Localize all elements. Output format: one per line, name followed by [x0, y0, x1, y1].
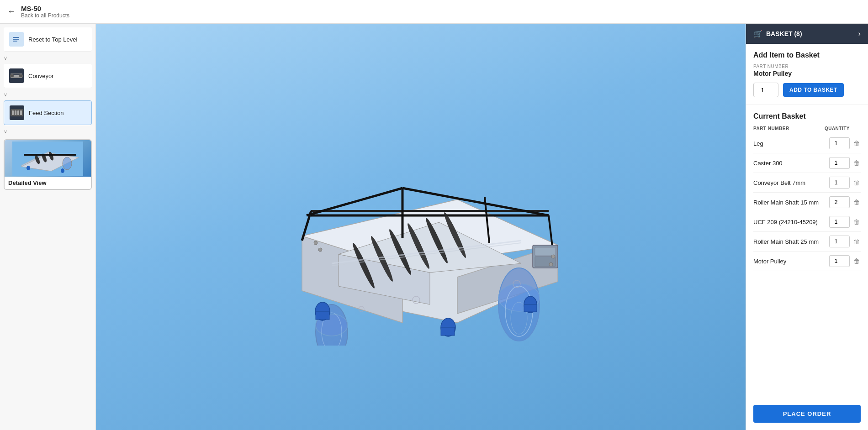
- feed-section-chevron[interactable]: ∨: [0, 127, 95, 136]
- basket-header: 🛒 BASKET (8) ›: [746, 24, 868, 44]
- basket-item-quantity-input[interactable]: [829, 255, 850, 267]
- basket-item-controls: 🗑: [829, 137, 861, 149]
- col-part-number-header: PART NUMBER: [753, 126, 809, 131]
- sidebar-item-feed-section[interactable]: Feed Section: [4, 100, 92, 125]
- reset-icon: [9, 32, 24, 47]
- main-viewport: [96, 24, 746, 430]
- conveyor-svg-icon: [10, 71, 23, 80]
- feed-section-icon: [10, 105, 24, 120]
- conveyor-label: Conveyor: [28, 73, 54, 79]
- basket-item-delete-button[interactable]: 🗑: [852, 257, 861, 266]
- current-basket-section: Current Basket PART NUMBER QUANTITY Leg …: [746, 105, 868, 405]
- feed-section-svg-icon: [10, 108, 24, 117]
- svg-rect-58: [535, 247, 556, 256]
- svg-point-19: [63, 157, 72, 170]
- basket-row: Conveyor Belt 7mm 🗑: [753, 173, 861, 193]
- basket-table-header: PART NUMBER QUANTITY: [753, 126, 861, 131]
- basket-item-controls: 🗑: [829, 236, 861, 247]
- header: ← MS-50 Back to all Products: [0, 0, 868, 24]
- svg-rect-56: [524, 304, 537, 312]
- reset-svg-icon: [11, 34, 21, 44]
- add-item-controls: ADD TO BASKET: [753, 83, 861, 97]
- add-item-title: Add Item to Basket: [753, 51, 861, 59]
- svg-point-5: [19, 74, 23, 78]
- basket-item-name: Motor Pulley: [753, 258, 829, 265]
- back-link[interactable]: Back to all Products: [21, 12, 69, 19]
- svg-rect-9: [12, 110, 14, 115]
- detailed-view-label: Detailed View: [5, 177, 91, 189]
- svg-rect-10: [15, 110, 16, 115]
- svg-rect-54: [441, 327, 455, 336]
- basket-item-quantity-input[interactable]: [829, 196, 850, 208]
- col-quantity-header: QUANTITY: [809, 126, 850, 131]
- basket-item-name: UCF 209 (24210-45209): [753, 219, 829, 225]
- svg-rect-6: [11, 73, 22, 74]
- svg-point-62: [314, 241, 318, 245]
- basket-cart-icon: 🛒: [753, 30, 762, 38]
- conveyor-chevron[interactable]: ∨: [0, 90, 95, 99]
- back-button[interactable]: ←: [7, 7, 16, 16]
- basket-item-delete-button[interactable]: 🗑: [852, 158, 861, 168]
- basket-header-left: 🛒 BASKET (8): [753, 30, 802, 38]
- part-number-value: Motor Pulley: [753, 70, 861, 77]
- current-basket-title: Current Basket: [753, 112, 861, 121]
- basket-item-delete-button[interactable]: 🗑: [852, 237, 861, 246]
- sidebar-item-conveyor[interactable]: Conveyor: [4, 64, 92, 88]
- sidebar-item-reset[interactable]: Reset to Top Level: [4, 27, 92, 52]
- basket-row: Motor Pulley 🗑: [753, 252, 861, 271]
- place-order-button[interactable]: PLACE ORDER: [753, 405, 861, 423]
- basket-item-quantity-input[interactable]: [829, 216, 850, 228]
- svg-rect-12: [20, 110, 22, 115]
- conveyor-3d-model: [247, 108, 594, 346]
- detailed-view-card[interactable]: Detailed View: [4, 139, 92, 190]
- basket-item-delete-button[interactable]: 🗑: [852, 178, 861, 187]
- basket-item-controls: 🗑: [829, 196, 861, 208]
- main-layout: Reset to Top Level ∨ Conveyor ∨: [0, 24, 868, 430]
- basket-expand-button[interactable]: ›: [858, 30, 861, 38]
- reset-chevron[interactable]: ∨: [0, 53, 95, 62]
- svg-rect-1: [13, 37, 19, 38]
- basket-item-name: Roller Main Shaft 25 mm: [753, 238, 829, 245]
- conveyor-icon: [9, 68, 24, 83]
- basket-item-controls: 🗑: [829, 177, 861, 189]
- basket-row: UCF 209 (24210-45209) 🗑: [753, 212, 861, 232]
- basket-rows-container: Leg 🗑 Caster 300 🗑 Conveyor Belt 7mm 🗑 R…: [753, 134, 861, 271]
- basket-item-name: Caster 300: [753, 160, 829, 167]
- basket-item-name: Leg: [753, 140, 829, 147]
- right-panel: 🛒 BASKET (8) › Add Item to Basket PART N…: [746, 24, 868, 430]
- basket-item-quantity-input[interactable]: [829, 236, 850, 247]
- svg-point-20: [26, 166, 30, 170]
- basket-item-delete-button[interactable]: 🗑: [852, 217, 861, 226]
- basket-item-delete-button[interactable]: 🗑: [852, 198, 861, 207]
- basket-item-quantity-input[interactable]: [829, 177, 850, 189]
- add-item-quantity-input[interactable]: [753, 83, 778, 97]
- basket-row: Leg 🗑: [753, 134, 861, 153]
- svg-rect-7: [11, 77, 22, 78]
- basket-item-name: Roller Main Shaft 15 mm: [753, 199, 829, 206]
- detailed-view-image: [5, 140, 91, 177]
- reset-label: Reset to Top Level: [28, 36, 77, 43]
- basket-row: Roller Main Shaft 25 mm 🗑: [753, 232, 861, 252]
- svg-point-64: [551, 255, 555, 258]
- svg-rect-52: [316, 311, 329, 320]
- svg-rect-0: [13, 39, 19, 40]
- basket-item-controls: 🗑: [829, 157, 861, 169]
- add-to-basket-button[interactable]: ADD TO BASKET: [783, 83, 844, 97]
- add-item-section: Add Item to Basket PART NUMBER Motor Pul…: [746, 44, 868, 105]
- basket-item-delete-button[interactable]: 🗑: [852, 139, 861, 148]
- svg-rect-2: [13, 41, 17, 42]
- basket-item-controls: 🗑: [829, 255, 861, 267]
- basket-item-quantity-input[interactable]: [829, 157, 850, 169]
- svg-point-65: [549, 262, 553, 266]
- basket-header-label: BASKET (8): [766, 30, 802, 37]
- sidebar: Reset to Top Level ∨ Conveyor ∨: [0, 24, 96, 430]
- svg-point-4: [10, 74, 14, 78]
- basket-row: Roller Main Shaft 15 mm 🗑: [753, 193, 861, 212]
- feed-section-label: Feed Section: [29, 110, 64, 116]
- basket-item-quantity-input[interactable]: [829, 137, 850, 149]
- basket-item-name: Conveyor Belt 7mm: [753, 179, 829, 186]
- basket-row: Caster 300 🗑: [753, 153, 861, 173]
- svg-rect-11: [17, 110, 19, 115]
- svg-point-21: [61, 168, 64, 173]
- basket-item-controls: 🗑: [829, 216, 861, 228]
